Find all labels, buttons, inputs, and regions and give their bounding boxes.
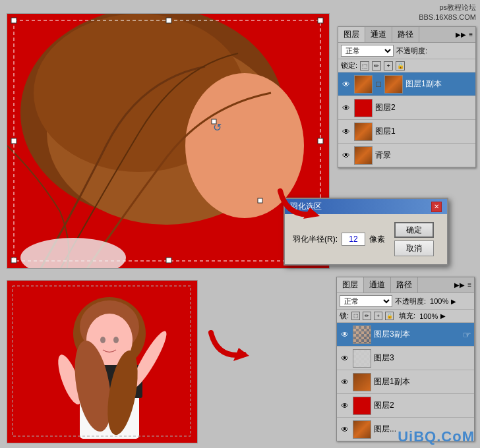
- layer-item[interactable]: 👁 图层2: [337, 394, 474, 418]
- layer-name: 图层1副本: [405, 78, 473, 90]
- svg-rect-6: [11, 18, 16, 23]
- svg-rect-10: [318, 138, 323, 144]
- opacity-label-bottom: 不透明度:: [395, 296, 426, 306]
- layer-eye-icon[interactable]: 👁: [340, 424, 350, 435]
- watermark: ps教程论坛 BBS.16X8S.COM: [419, 3, 476, 23]
- layer-eye-icon[interactable]: 👁: [341, 126, 351, 137]
- layer-name: 背景: [375, 150, 473, 161]
- tab-layers-bottom[interactable]: 图层: [337, 277, 364, 293]
- feather-unit: 像素: [369, 234, 385, 245]
- layer-mode-row-bottom: 正常 不透明度: 100% ▶: [337, 293, 474, 310]
- svg-rect-12: [166, 258, 171, 263]
- panel-tabs-top: 图层 通道 路径 ▶▶ ≡: [338, 27, 475, 43]
- red-arrow-bottom: [204, 323, 257, 371]
- tab-layers-top[interactable]: 图层: [338, 27, 365, 42]
- layer-name: 图层3副本: [374, 329, 460, 340]
- uibq-watermark: UiBQ.CoM: [398, 428, 475, 445]
- lock-icon-3[interactable]: +: [374, 312, 382, 320]
- layer-item[interactable]: 👁 背景: [338, 144, 475, 167]
- panel-collapse-icons: ▶▶ ≡: [456, 27, 475, 42]
- fill-arrow: ▶: [440, 312, 446, 320]
- layer-item[interactable]: 👁 图层1副本: [338, 72, 475, 96]
- layer-name: 图层2: [374, 400, 471, 411]
- layer-mode-row: 正常 不透明度:: [338, 43, 475, 59]
- layer-list-top: 👁 图层1副本 👁 图层2 👁 图层1 👁 背: [338, 72, 475, 167]
- layer-name: 图层1: [375, 126, 473, 137]
- layer-list-bottom: 👁 图层3副本 ☞ 👁 图层3 👁 图层1副本 👁: [337, 323, 474, 441]
- lock-label: 锁定:: [341, 61, 357, 70]
- lock-row-bottom: 锁: ⬚ ✏ + 🔒 填充: 100% ▶: [337, 310, 474, 323]
- layer-eye-icon[interactable]: 👁: [341, 150, 351, 161]
- layer-thumb: [353, 397, 371, 415]
- svg-text:↺: ↺: [213, 122, 222, 133]
- layer-eye-icon[interactable]: 👁: [341, 79, 351, 90]
- lock-label-bottom: 锁:: [340, 311, 349, 321]
- opacity-arrow: ▶: [451, 298, 456, 305]
- layer-item[interactable]: 👁 图层2: [338, 96, 475, 120]
- cursor-hand-icon: ☞: [463, 329, 471, 340]
- fill-value: 100%: [419, 312, 438, 320]
- layer-item[interactable]: 👁 图层1副本: [337, 370, 474, 394]
- layer-mode-select-bottom[interactable]: 正常: [340, 295, 392, 307]
- tab-paths-bottom[interactable]: 路径: [391, 277, 418, 293]
- lock-image-icon[interactable]: ✏: [372, 61, 381, 70]
- layer-thumb: [354, 99, 373, 117]
- tab-channels-top[interactable]: 通道: [365, 27, 392, 42]
- layer-thumb: [353, 373, 371, 391]
- layer-thumb: [354, 75, 373, 94]
- feather-label: 羽化半径(R):: [293, 234, 338, 245]
- layer-mask-thumb: [384, 75, 403, 94]
- layers-panel-top: 图层 通道 路径 ▶▶ ≡ 正常 不透明度: 锁定: ⬚ ✏ + 🔒: [338, 26, 476, 168]
- ok-button[interactable]: 确定: [394, 222, 434, 238]
- fill-label-bottom: 填充:: [399, 311, 415, 321]
- layer-thumb: [354, 123, 373, 141]
- panel-tabs-bottom: 图层 通道 路径 ▶▶ ≡: [337, 277, 474, 293]
- layer-name: 图层2: [375, 102, 473, 113]
- dialog-buttons: 确定 取消: [394, 222, 434, 256]
- link-icon: [376, 82, 381, 87]
- tab-paths-top[interactable]: 路径: [392, 27, 419, 42]
- tab-channels-bottom[interactable]: 通道: [364, 277, 391, 293]
- svg-rect-7: [166, 18, 171, 23]
- layer-eye-icon[interactable]: 👁: [341, 103, 351, 113]
- lock-icon-4[interactable]: 🔒: [385, 312, 394, 320]
- layers-panel-bottom: 图层 通道 路径 ▶▶ ≡ 正常 不透明度: 100% ▶ 锁: ⬚ ✏ + 🔒…: [336, 277, 475, 441]
- svg-rect-15: [258, 198, 262, 203]
- lock-transparent-icon[interactable]: ⬚: [360, 61, 369, 70]
- layer-name: 图层1副本: [374, 376, 471, 387]
- cancel-button[interactable]: 取消: [394, 240, 434, 256]
- opacity-value: 100%: [430, 297, 448, 305]
- lock-icon-1[interactable]: ⬚: [351, 312, 360, 320]
- svg-rect-11: [11, 258, 16, 263]
- red-arrow-top: [274, 178, 326, 233]
- main-canvas-bottom: [7, 280, 198, 443]
- layer-item[interactable]: 👁 图层1: [338, 120, 475, 144]
- lock-position-icon[interactable]: +: [384, 61, 393, 70]
- svg-rect-9: [11, 138, 16, 144]
- lock-icon-2[interactable]: ✏: [363, 312, 371, 320]
- svg-point-31: [113, 337, 119, 343]
- panel-collapse-icons-bottom: ▶▶ ≡: [454, 277, 474, 293]
- lock-row: 锁定: ⬚ ✏ + 🔒: [338, 59, 475, 72]
- bottom-canvas-container: [7, 280, 198, 443]
- layer-mode-select[interactable]: 正常: [341, 45, 394, 57]
- layer-eye-icon[interactable]: 👁: [340, 329, 350, 340]
- layer-thumb: [353, 349, 371, 368]
- svg-rect-8: [318, 18, 323, 23]
- layer-thumb: [353, 420, 371, 439]
- lock-all-icon[interactable]: 🔒: [396, 61, 405, 70]
- layer-eye-icon[interactable]: 👁: [340, 401, 350, 411]
- dialog-close-button[interactable]: ✕: [431, 202, 442, 212]
- layer-eye-icon[interactable]: 👁: [340, 377, 350, 387]
- layer-thumb: [354, 146, 373, 165]
- layer-item[interactable]: 👁 图层3: [337, 347, 474, 370]
- svg-point-30: [100, 337, 105, 343]
- feather-radius-input[interactable]: [342, 233, 365, 246]
- layer-name: 图层3: [374, 352, 471, 364]
- layer-item[interactable]: 👁 图层3副本 ☞: [337, 323, 474, 347]
- layer-eye-icon[interactable]: 👁: [340, 353, 350, 364]
- layer-thumb: [353, 325, 371, 344]
- opacity-label: 不透明度:: [396, 46, 427, 56]
